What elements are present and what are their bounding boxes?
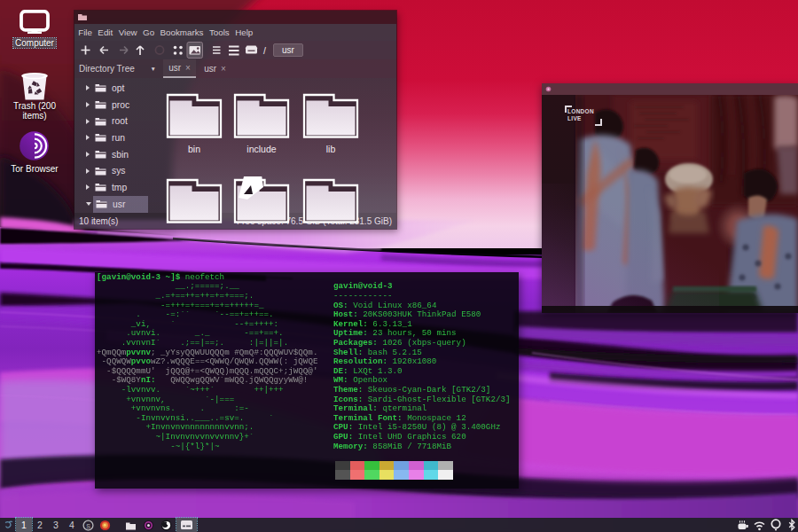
- svg-text:/: /: [263, 45, 266, 56]
- svg-text:S: S: [86, 522, 90, 528]
